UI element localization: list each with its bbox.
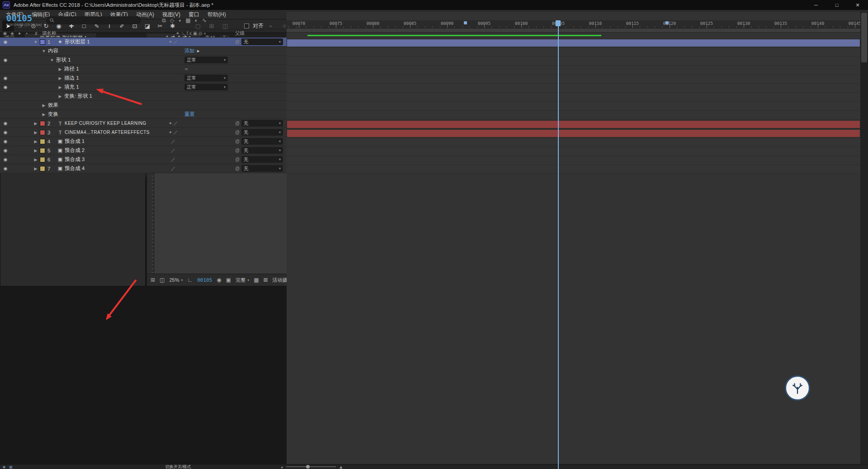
layer-row-precomp-3[interactable]: ◉ ▶ 6 ▣ 预合成 3 ／ @ 无▾ — [0, 155, 287, 164]
blend-mode-select[interactable]: 正常▾ — [184, 57, 228, 63]
twirl-icon[interactable]: ▼ — [32, 40, 40, 44]
twirl-icon[interactable]: ▶ — [32, 139, 40, 144]
property-name[interactable]: 形状 1 — [56, 57, 184, 63]
property-name[interactable]: 路径 1 — [64, 66, 184, 72]
status-icon-2[interactable]: ▦ — [9, 465, 13, 469]
layer-switches[interactable]: ✦／ — [163, 129, 184, 136]
property-row-shape-1[interactable]: ◉ ▼ 形状 1 正常▾ — [0, 56, 287, 65]
layer-bar-text-2[interactable] — [287, 129, 860, 137]
close-button[interactable]: ✕ — [847, 0, 868, 10]
composition-marker[interactable] — [665, 21, 669, 24]
timeline-search[interactable] — [46, 16, 141, 24]
layer-row-precomp-2[interactable]: ◉ ▶ 5 ▣ 预合成 2 ／ @ 无▾ — [0, 146, 287, 155]
layer-row-text-cinema4d[interactable]: ◉ ▶ 3 T CINEMA4...TRATOR AFTEREFFECTS ✦／… — [0, 128, 287, 137]
property-name[interactable]: 变换: 形状 1 — [64, 93, 184, 99]
eye-icon[interactable]: ◉ — [2, 39, 9, 44]
label-color[interactable] — [40, 139, 45, 144]
zoom-in-mountain-icon[interactable]: ▲ — [339, 464, 343, 469]
twirl-icon[interactable]: ▼ — [48, 58, 56, 62]
property-row-stroke-1[interactable]: ◉ ▶ 描边 1 正常▾ — [0, 74, 287, 83]
draft-3d-icon[interactable]: ◇ — [170, 17, 174, 24]
layer-bar-text-1[interactable] — [287, 120, 860, 128]
zoom-slider-track[interactable] — [286, 466, 336, 467]
source-name-column-header[interactable]: 源名称 — [42, 30, 110, 37]
property-name[interactable]: 效果 — [48, 102, 184, 109]
parent-select[interactable]: 无▾ — [241, 156, 283, 163]
timeline-track-area[interactable]: 00070 00075 00080 00085 00090 00095 0010… — [287, 12, 860, 469]
parent-pickwhip-icon[interactable]: @ — [233, 39, 241, 44]
layer-name[interactable]: 预合成 1 — [65, 138, 163, 145]
eye-icon[interactable]: ◉ — [2, 85, 9, 90]
layer-switches[interactable]: ／ — [163, 166, 184, 172]
property-row-path-1[interactable]: ▶ 路径 1 ≍ — [0, 65, 287, 74]
property-row-transform-shape-1[interactable]: ▶ 变换: 形状 1 — [0, 92, 287, 101]
zoom-out-mountain-icon[interactable]: ▲ — [280, 465, 283, 469]
property-row-transform[interactable]: ▶ 变换 重置 — [0, 110, 287, 119]
timeline-search-input[interactable] — [57, 18, 137, 23]
parent-pickwhip-icon[interactable]: @ — [233, 166, 241, 171]
layer-name[interactable]: KEEP CURIOSITY KEEP LEARNING — [65, 121, 163, 126]
parent-select[interactable]: 无▾ — [241, 147, 283, 154]
layer-switches[interactable]: ／ — [163, 147, 184, 154]
layer-bar-shape-layer-1[interactable] — [287, 39, 860, 47]
current-time-display[interactable]: 00105 — [6, 14, 42, 23]
twirl-icon[interactable]: ▶ — [32, 121, 40, 126]
layer-row-text-keep-curiosity[interactable]: ◉ ▶ 2 T KEEP CURIOSITY KEEP LEARNING ✦／ … — [0, 119, 287, 128]
layer-row-shape-layer-1[interactable]: ◉ ▼ 1 ★ 形状图层 1 ✦／ @ 无▾ — [0, 38, 287, 47]
layer-switches[interactable]: ✦／ — [163, 120, 184, 127]
label-color[interactable] — [40, 121, 45, 126]
composition-marker[interactable] — [464, 21, 467, 24]
maximize-button[interactable]: □ — [826, 0, 847, 10]
eye-icon[interactable]: ◉ — [2, 148, 9, 153]
timeline-zoom-control[interactable]: ▲ ▲ — [280, 464, 343, 469]
twirl-icon[interactable]: ▶ — [32, 148, 40, 153]
label-color[interactable] — [40, 157, 45, 162]
twirl-icon[interactable]: ▶ — [56, 67, 64, 71]
twirl-icon[interactable]: ▶ — [32, 157, 40, 162]
eye-icon[interactable]: ◉ — [2, 130, 9, 135]
twirl-icon[interactable]: ▶ — [32, 166, 40, 171]
parent-select[interactable]: 无▾ — [241, 129, 283, 136]
property-name[interactable]: 变换 — [48, 111, 184, 118]
twirl-icon[interactable]: ▶ — [40, 103, 48, 108]
blend-mode-select[interactable]: 正常▾ — [184, 75, 228, 81]
parent-select[interactable]: 无▾ — [241, 38, 283, 45]
minimize-button[interactable]: ─ — [806, 0, 826, 10]
parent-pickwhip-icon[interactable]: @ — [233, 148, 241, 153]
layer-name[interactable]: 预合成 2 — [65, 147, 163, 154]
eye-icon[interactable]: ◉ — [2, 57, 9, 62]
twirl-icon[interactable]: ▶ — [56, 85, 64, 90]
parent-pickwhip-icon[interactable]: @ — [233, 139, 241, 144]
mini-flowchart-icon[interactable]: ⧉ — [162, 17, 166, 24]
hide-shy-layers-icon[interactable]: ◖ — [178, 17, 181, 24]
layer-row-precomp-4[interactable]: ◉ ▶ 7 ▣ 预合成 4 ／ @ 无▾ — [0, 164, 287, 173]
frame-blend-icon[interactable]: ▦ — [185, 17, 190, 24]
property-row-contents[interactable]: ▼ 内容 添加: ▸ — [0, 47, 287, 56]
eye-icon[interactable]: ◉ — [2, 157, 9, 162]
property-row-fill-1[interactable]: ◉ ▶ 填充 1 正常▾ — [0, 83, 287, 92]
layer-switches[interactable]: ✦／ — [163, 39, 184, 45]
motion-blur-icon[interactable]: ◐ — [195, 17, 198, 24]
eye-icon[interactable]: ◉ — [2, 76, 9, 81]
property-row-effects[interactable]: ▶ 效果 — [0, 101, 287, 110]
work-area-bar[interactable] — [287, 28, 860, 33]
twirl-icon[interactable]: ▶ — [56, 76, 64, 81]
time-ruler[interactable]: 00070 00075 00080 00085 00090 00095 0010… — [287, 20, 860, 28]
graph-editor-icon[interactable]: ∿ — [202, 17, 207, 24]
add-shape-label[interactable]: 添加: — [184, 48, 196, 53]
toggle-switches-modes-button[interactable]: 切换开关/模式 — [165, 464, 191, 469]
eye-icon[interactable]: ◉ — [2, 121, 9, 126]
parent-pickwhip-icon[interactable]: @ — [233, 130, 241, 135]
label-color[interactable] — [40, 130, 45, 135]
parent-select[interactable]: 无▾ — [241, 120, 283, 127]
parent-pickwhip-icon[interactable]: @ — [233, 157, 241, 162]
parent-pickwhip-icon[interactable]: @ — [233, 121, 241, 126]
layer-switches[interactable]: ／ — [163, 156, 184, 163]
eye-icon[interactable]: ◉ — [2, 166, 9, 171]
parent-select[interactable]: 无▾ — [241, 165, 283, 172]
property-name[interactable]: 描边 1 — [64, 75, 184, 81]
layer-switches[interactable]: ／ — [163, 138, 184, 145]
twirl-icon[interactable]: ▶ — [56, 94, 64, 99]
layer-name[interactable]: CINEMA4...TRATOR AFTEREFFECTS — [65, 130, 163, 135]
label-color[interactable] — [40, 39, 45, 45]
